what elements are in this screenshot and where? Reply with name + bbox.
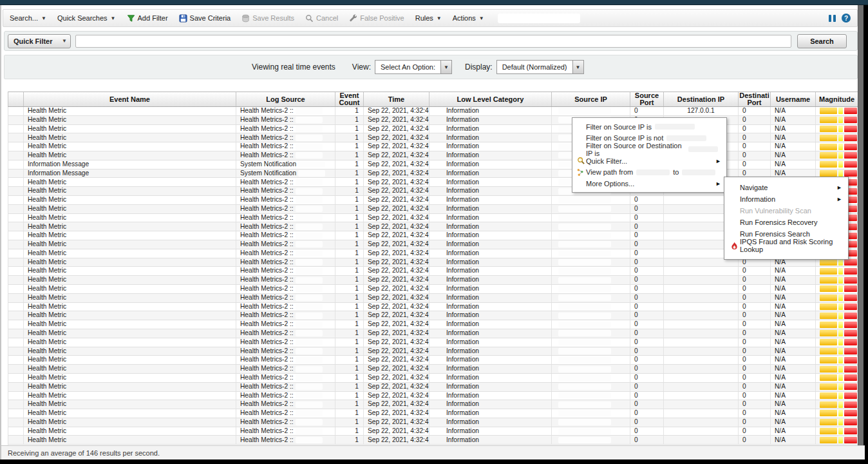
source-ip-cell (552, 436, 630, 444)
time-cell: Sep 22, 2021, 4:32:47 PM (364, 374, 429, 382)
quick-filter-dropdown[interactable]: Quick Filter ▼ (8, 34, 71, 48)
column-header-row-select[interactable] (8, 92, 24, 106)
context-menu-item-view-path-from[interactable]: View path fromto (572, 166, 726, 178)
event-row[interactable]: Health MetricHealth Metrics-2 ::1Sep 22,… (8, 125, 858, 134)
column-header-username[interactable]: Username (771, 92, 816, 106)
event-row[interactable]: Health MetricHealth Metrics-2 ::1Sep 22,… (8, 374, 858, 383)
log-source-cell: Health Metrics-2 :: (236, 436, 335, 444)
event-row[interactable]: Health MetricHealth Metrics-2 ::1Sep 22,… (8, 347, 858, 356)
magnitude-segment-gold (820, 348, 837, 354)
redacted-source-ip (558, 108, 611, 114)
event-row[interactable]: Health MetricHealth Metrics-2 ::1Sep 22,… (8, 409, 858, 418)
magnitude-segment-yellow (838, 330, 843, 336)
view-select[interactable]: Select An Option: ▼ (375, 60, 452, 74)
row-select-cell (8, 151, 24, 160)
low-level-category-cell: Information (429, 311, 552, 320)
column-header-source-port[interactable]: Source Port (630, 92, 664, 106)
event-row[interactable]: Health MetricHealth Metrics-2 ::1Sep 22,… (8, 365, 858, 374)
column-header-log-source[interactable]: Log Source (236, 92, 335, 106)
username-cell: N/A (771, 303, 816, 311)
context-menu-item-more-options[interactable]: More Options...► (572, 178, 726, 189)
low-level-category-cell: Information (429, 214, 552, 222)
event-row[interactable]: Health MetricHealth Metrics-2 ::1Sep 22,… (8, 427, 858, 436)
event-row[interactable]: Health MetricHealth Metrics-2 ::1Sep 22,… (8, 320, 858, 329)
column-header-event-count[interactable]: Event Count (335, 92, 364, 106)
vertical-scrollbar[interactable] (858, 5, 863, 445)
event-name-cell: Health Metric (24, 276, 236, 284)
redacted-log-source (296, 348, 323, 354)
event-row[interactable]: Health MetricHealth Metrics-2 ::1Sep 22,… (8, 383, 858, 392)
submenu-item-navigate[interactable]: Navigate► (724, 182, 848, 193)
low-level-category-cell: Information (429, 240, 552, 249)
source-ip-cell (552, 374, 630, 382)
event-row[interactable]: Health MetricHealth Metrics-2 ::1Sep 22,… (8, 392, 858, 401)
event-row[interactable]: Health MetricHealth Metrics-2 ::1Sep 22,… (8, 400, 858, 409)
low-level-category-cell: Information (429, 347, 552, 356)
column-header-destinati-port[interactable]: Destinati Port (739, 92, 771, 106)
toolbar-item-label: Add Filter (138, 14, 168, 22)
username-cell: N/A (771, 160, 816, 169)
destination-ip-cell (664, 347, 739, 356)
destination-port-cell: 0 (739, 142, 771, 151)
magnitude-segment-gold (820, 152, 837, 159)
display-select[interactable]: Default (Normalized) ▼ (496, 60, 584, 74)
event-row[interactable]: Health MetricHealth Metrics-2 ::1Sep 22,… (8, 285, 858, 294)
context-menu-item-filter-on-source-or-destination-ip-is[interactable]: Filter on Source or Destination IP is (572, 144, 726, 155)
event-row[interactable]: Health MetricHealth Metrics-2 ::1Sep 22,… (8, 142, 858, 151)
toolbar-item-add-filter[interactable]: Add Filter (127, 14, 168, 23)
search-button[interactable]: Search (797, 34, 847, 48)
toolbar-item-rules[interactable]: Rules▼ (415, 14, 442, 22)
event-row[interactable]: Health MetricHealth Metrics-2 ::1Sep 22,… (8, 133, 858, 142)
toolbar-item-search[interactable]: Search...▼ (10, 14, 46, 22)
event-row[interactable]: Health MetricHealth Metrics-2 ::1Sep 22,… (8, 303, 858, 312)
event-row[interactable]: Health MetricHealth Metrics-2 ::1Sep 22,… (8, 338, 858, 347)
column-header-destination-ip[interactable]: Destination IP (664, 92, 739, 106)
column-header-magnitude[interactable]: Magnitude (816, 92, 858, 106)
log-source-cell: Health Metrics-2 :: (236, 285, 335, 293)
magnitude-cell (816, 142, 858, 151)
event-count-cell: 1 (335, 142, 364, 151)
source-port-cell: 0 (630, 347, 664, 356)
event-row[interactable]: Health MetricHealth Metrics-2 ::1Sep 22,… (8, 151, 858, 160)
column-header-time[interactable]: Time (364, 92, 429, 106)
column-header-source-ip[interactable]: Source IP (552, 92, 630, 106)
column-header-event-name[interactable]: Event Name (24, 92, 236, 106)
quick-filter-input[interactable] (75, 35, 791, 48)
event-row[interactable]: Health MetricHealth Metrics-2 ::1Sep 22,… (8, 267, 858, 276)
event-row[interactable]: Health MetricHealth Metrics-2 ::1Sep 22,… (8, 311, 858, 320)
event-row[interactable]: Health MetricHealth Metrics-2 ::1Sep 22,… (8, 294, 858, 303)
toolbar-item-save-criteria[interactable]: Save Criteria (179, 14, 231, 23)
event-row[interactable]: Information MessageSystem Notification1S… (8, 160, 858, 169)
magnitude-bar (820, 108, 857, 114)
event-row[interactable]: Health MetricHealth Metrics-2 ::1Sep 22,… (8, 276, 858, 285)
context-menu-item-filter-on-source-ip-is[interactable]: Filter on Source IP is (572, 121, 726, 133)
event-row[interactable]: Health MetricHealth Metrics-2 ::1Sep 22,… (8, 418, 858, 427)
toolbar-item-label: Actions (453, 14, 476, 22)
source-ip-cell (552, 294, 630, 302)
source-port-cell: 0 (630, 356, 664, 364)
redacted-log-source (296, 313, 323, 319)
event-row[interactable]: Health MetricHealth Metrics-2 ::1Sep 22,… (8, 329, 858, 338)
toolbar-item-actions[interactable]: Actions▼ (453, 14, 484, 22)
toolbar-right: ? (829, 14, 851, 23)
help-icon[interactable]: ? (842, 14, 851, 23)
event-row[interactable]: Health MetricHealth Metrics-2 ::1Sep 22,… (8, 436, 858, 445)
event-row[interactable]: Health MetricHealth Metrics-2 ::1Sep 22,… (8, 116, 858, 125)
source-port-cell: 0 (630, 249, 664, 258)
submenu-item-ipqs-fraud-and-risk-scoring-lookup[interactable]: IPQS Fraud and Risk Scoring Lookup (724, 240, 848, 251)
redacted-log-source (296, 410, 323, 416)
time-cell: Sep 22, 2021, 4:32:47 PM (364, 231, 429, 240)
magnitude-segment-red (844, 392, 857, 399)
toolbar-item-quick-searches[interactable]: Quick Searches▼ (57, 14, 116, 22)
event-count-cell: 1 (335, 320, 364, 329)
event-row[interactable]: Health MetricHealth Metrics-2 ::1Sep 22,… (8, 107, 858, 116)
magnitude-cell (816, 418, 858, 427)
log-source-cell: Health Metrics-2 :: (236, 303, 335, 311)
submenu-item-run-forensics-recovery[interactable]: Run Forensics Recovery (724, 217, 848, 228)
submenu-item-information[interactable]: Information► (724, 193, 848, 205)
event-row[interactable]: Health MetricHealth Metrics-2 ::1Sep 22,… (8, 356, 858, 365)
toolbar-item-label: False Positive (360, 14, 404, 22)
column-header-low-level-category[interactable]: Low Level Category (429, 92, 552, 106)
pause-icon[interactable] (829, 15, 836, 22)
magnitude-segment-yellow (838, 357, 843, 363)
